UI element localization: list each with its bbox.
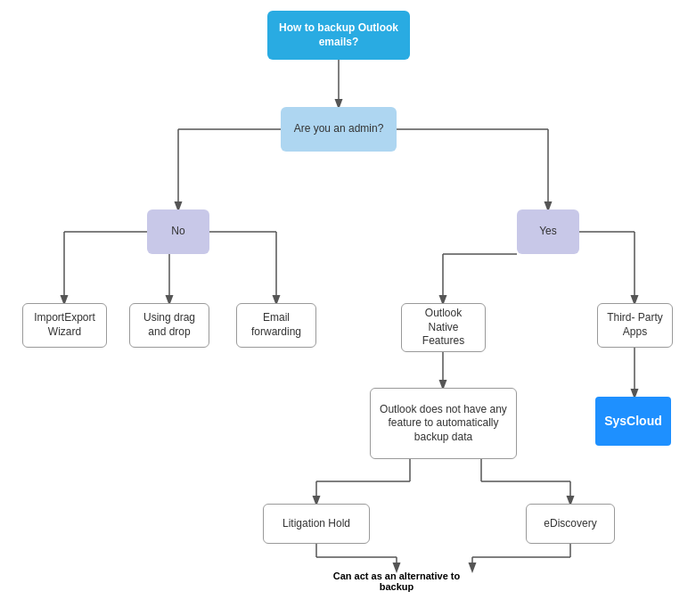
dragdrop-node: Using drag and drop [129, 303, 209, 348]
alternative-text: Can act as an alternative to backup [321, 571, 472, 592]
nativefeatures-node: Outlook Native Features [401, 303, 486, 352]
title-node: How to backup Outlook emails? [267, 11, 410, 60]
ediscovery-node: eDiscovery [526, 504, 615, 544]
flowchart-diagram: How to backup Outlook emails? Are you an… [0, 0, 696, 616]
nofeature-node: Outlook does not have any feature to aut… [370, 388, 517, 459]
thirdparty-node: Third- Party Apps [597, 303, 673, 348]
syscloud-node: SysCloud [595, 397, 671, 446]
yes-node: Yes [517, 209, 579, 254]
admin-node: Are you an admin? [281, 107, 397, 152]
importexport-node: ImportExport Wizard [22, 303, 107, 348]
no-node: No [147, 209, 209, 254]
litigation-node: Litigation Hold [263, 504, 370, 544]
emailfwd-node: Email forwarding [236, 303, 316, 348]
